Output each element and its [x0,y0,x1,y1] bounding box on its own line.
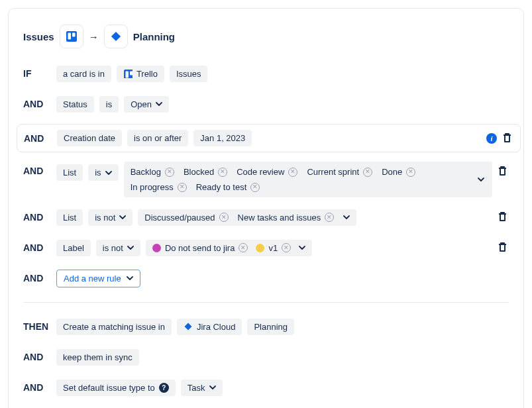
status-field: Status [56,96,94,113]
list-is-values[interactable]: Backlog Blocked Code review Current spri… [124,162,492,197]
creation-value: Jan 1, 2023 [193,130,252,146]
creation-field: Creation date [57,130,122,146]
remove-tag-button[interactable] [325,213,334,222]
list-op-label: is not [95,213,115,223]
chevron-down-icon [156,101,162,107]
chevron-down-icon [127,275,133,281]
trello-icon [60,25,83,48]
list-op-dropdown[interactable]: is [88,164,118,181]
rule-row-list-is: AND List is Backlog Blocked Code review … [23,162,509,197]
remove-tag-button[interactable] [239,243,248,252]
rule-row-status: AND Status is Open [23,93,509,115]
chevron-down-icon [127,244,134,251]
default-type-dropdown[interactable]: Task [181,380,223,396]
then-row-default-type: AND Set default issue type to Task [23,377,509,398]
keyword-and: AND [23,242,51,253]
list-op-dropdown[interactable]: is not [88,209,133,226]
delete-button[interactable] [502,132,512,144]
chevron-down-icon [105,170,112,176]
keyword-if: IF [23,68,51,79]
card-in-prefix: a card is in [56,66,111,82]
label-field: Label [56,240,91,256]
remove-tag-button[interactable] [363,168,372,177]
source-title: Issues [23,31,54,42]
chevron-down-icon [119,214,126,221]
tag-item: Blocked [184,167,227,177]
tag-item: v1 [256,243,291,253]
remove-tag-button[interactable] [250,183,260,192]
label-color-dot [256,244,264,252]
default-type-value: Task [187,383,205,393]
sync-label: keep them in sync [56,349,139,366]
section-divider [23,302,509,303]
tag-item: Done [382,167,415,177]
list-isnot-values[interactable]: Discussed/paused New tasks and issues [138,209,356,226]
status-value-label: Open [131,99,152,109]
keyword-then: THEN [23,321,51,332]
tag-item: Current sprint [307,167,372,177]
info-icon[interactable] [486,133,497,144]
create-tool-label: Jira Cloud [197,322,236,332]
tag-item: Do not send to jira [152,243,248,253]
flow-header: Issues → Planning [23,25,509,48]
card-in-container: Issues [170,66,208,82]
rule-row-label-isnot: AND Label is not Do not send to jira v1 [23,237,509,258]
list-op-label: is [95,168,101,178]
creation-op: is on or after [127,130,188,146]
delete-button[interactable] [498,166,507,178]
create-container: Planning [247,319,294,335]
label-op-label: is not [103,243,123,253]
rule-row-creation[interactable]: AND Creation date is on or after Jan 1, … [17,124,521,152]
status-op: is [99,96,119,113]
status-value-dropdown[interactable]: Open [124,96,169,113]
keyword-and: AND [23,382,51,393]
create-tool: Jira Cloud [177,319,242,335]
chevron-down-icon[interactable] [478,176,484,183]
chevron-down-icon [299,244,305,251]
chevron-down-icon [209,384,216,391]
remove-tag-button[interactable] [406,168,415,177]
list-field: List [56,164,83,181]
remove-tag-button[interactable] [178,183,187,192]
delete-button[interactable] [498,242,507,254]
label-op-dropdown[interactable]: is not [96,240,140,256]
keyword-and: AND [24,133,52,144]
label-color-dot [152,244,161,252]
help-icon[interactable] [159,383,169,393]
card-in-tool-label: Trello [136,69,158,79]
default-type-prefix-label: Set default issue type to [63,383,155,393]
tag-item: Ready to test [196,182,260,192]
arrow-icon: → [89,31,99,42]
target-title: Planning [133,31,175,42]
rule-row-if: IF a card is in Trello Issues [23,63,509,84]
tag-item: In progress [131,182,187,192]
keyword-and: AND [23,352,51,362]
default-type-prefix: Set default issue type to [56,380,176,396]
tag-item: Code review [237,167,297,177]
tag-item: New tasks and issues [238,213,335,223]
remove-tag-button[interactable] [165,168,174,177]
keyword-and: AND [23,273,51,283]
create-prefix: Create a matching issue in [56,319,172,335]
add-rule-button[interactable]: Add a new rule [56,270,140,287]
then-row-create: THEN Create a matching issue in Jira Clo… [23,316,509,337]
add-rule-label: Add a new rule [64,274,121,283]
remove-tag-button[interactable] [218,168,227,177]
rule-row-list-isnot: AND List is not Discussed/paused New tas… [23,207,509,228]
card-in-tool: Trello [117,66,164,82]
chevron-down-icon [343,214,350,221]
label-isnot-values[interactable]: Do not send to jira v1 [146,240,312,256]
delete-button[interactable] [498,211,507,223]
tag-item: Discussed/paused [144,213,228,223]
remove-tag-button[interactable] [219,213,229,222]
list-field: List [56,209,83,226]
keyword-and: AND [23,99,51,109]
flow-card: Issues → Planning IF a card is in Trello… [8,8,524,408]
remove-tag-button[interactable] [282,243,291,252]
keyword-and: AND [23,162,51,176]
tag-item: Backlog [131,167,174,177]
jira-icon [104,25,128,48]
remove-tag-button[interactable] [288,168,297,177]
rule-row-add: AND Add a new rule [23,268,509,289]
then-row-sync: AND keep them in sync [23,346,509,368]
